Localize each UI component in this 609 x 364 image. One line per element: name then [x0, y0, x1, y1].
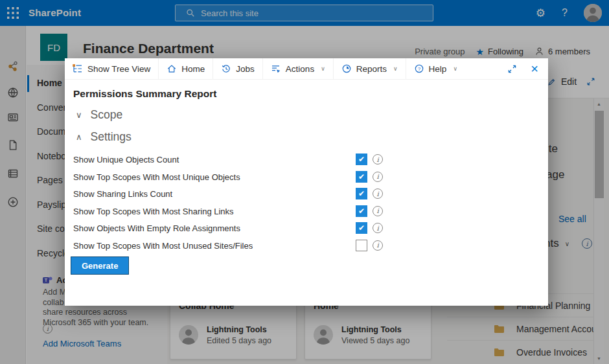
help-circle-icon: ?	[414, 63, 424, 74]
sharepoint-page: SharePoint Search this site ⚙ ? FD F	[0, 0, 609, 364]
scope-section-label: Scope	[91, 108, 123, 122]
help-dropdown[interactable]: ? Help ∨	[406, 58, 465, 79]
checkbox-show-unique-objects-count[interactable]: ✔	[356, 154, 367, 165]
dialog-toolbar: Show Tree View Home Jobs	[65, 58, 548, 80]
generate-button[interactable]: Generate	[71, 256, 129, 275]
check-icon: ✔	[358, 190, 365, 198]
maximize-dialog-icon[interactable]	[507, 64, 517, 74]
close-dialog-icon[interactable]: ×	[531, 62, 538, 75]
settings-rows: Show Unique Objects Count ✔ i Show Top S…	[73, 151, 540, 254]
chevron-down-icon: ∨	[393, 65, 398, 72]
dialog-home-button[interactable]: Home	[159, 58, 213, 79]
check-icon: ✔	[358, 224, 365, 232]
reports-icon	[341, 63, 352, 74]
checkbox-unused-sites-files[interactable]: ✔	[356, 240, 367, 251]
info-icon[interactable]: i	[373, 206, 383, 216]
permissions-report-dialog: Show Tree View Home Jobs	[65, 58, 548, 306]
info-icon[interactable]: i	[373, 172, 383, 182]
setting-row: Show Top Scopes With Most Unused Sites/F…	[73, 237, 540, 255]
check-icon: ✔	[358, 207, 365, 215]
chevron-down-icon: ∨	[321, 65, 325, 72]
check-icon: ✔	[358, 155, 365, 163]
setting-row: Show Top Scopes With Most Sharing Links …	[73, 203, 540, 220]
jobs-history-icon	[221, 63, 231, 74]
info-icon[interactable]: i	[373, 154, 383, 165]
scope-section-toggle[interactable]: ∨ Scope	[76, 108, 122, 122]
checkbox-top-scopes-unique-objects[interactable]: ✔	[356, 171, 367, 183]
settings-section-toggle[interactable]: ∧ Settings	[76, 130, 132, 144]
chevron-down-icon: ∨	[453, 65, 457, 72]
info-icon[interactable]: i	[373, 188, 383, 199]
svg-text:?: ?	[417, 66, 420, 72]
actions-dropdown[interactable]: Actions ∨	[263, 58, 334, 79]
show-tree-view-button[interactable]: Show Tree View	[65, 58, 159, 79]
setting-row: Show Top Scopes With Most Unique Objects…	[73, 168, 540, 186]
settings-section-label: Settings	[91, 130, 132, 144]
dialog-title: Permissions Summary Report	[73, 88, 216, 100]
home-icon	[167, 63, 177, 74]
jobs-button[interactable]: Jobs	[213, 58, 263, 79]
check-icon: ✔	[358, 173, 365, 181]
checkbox-top-scopes-sharing-links[interactable]: ✔	[356, 205, 367, 217]
actions-icon	[271, 63, 281, 74]
info-icon[interactable]: i	[373, 223, 383, 233]
info-icon[interactable]: i	[373, 240, 383, 251]
setting-row: Show Objects With Empty Role Assignments…	[73, 220, 540, 237]
tree-view-icon	[73, 63, 83, 74]
dialog-window-controls: ×	[507, 58, 548, 79]
checkbox-sharing-links-count[interactable]: ✔	[356, 188, 367, 199]
chevron-up-icon: ∧	[76, 132, 82, 142]
chevron-down-icon: ∨	[76, 110, 82, 120]
setting-row: Show Unique Objects Count ✔ i	[73, 151, 540, 168]
reports-dropdown[interactable]: Reports ∨	[334, 58, 406, 79]
checkbox-empty-role-assignments[interactable]: ✔	[356, 222, 367, 234]
setting-row: Show Sharing Links Count ✔ i	[73, 185, 540, 203]
